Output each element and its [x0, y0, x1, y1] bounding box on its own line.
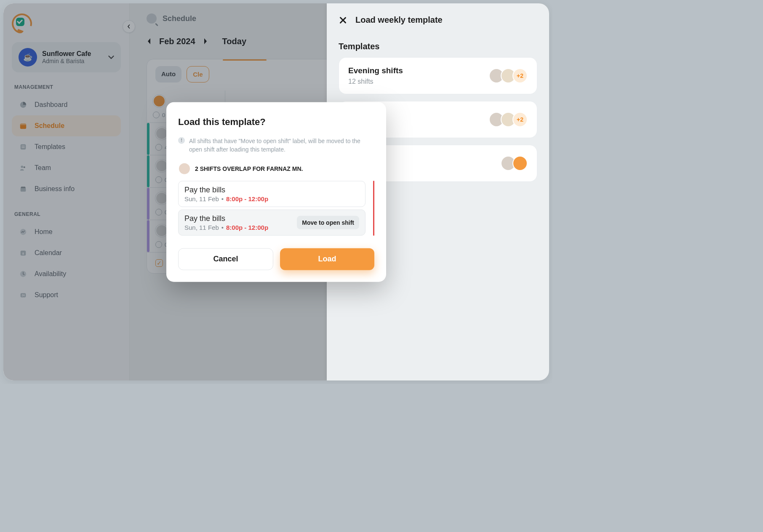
template-assignees: [501, 156, 528, 171]
overlap-warning-header: 2 SHIFTS OVERLAP FOR FARNAZ MN.: [178, 162, 374, 175]
modal-info-text: All shifts that have "Move to open shift…: [189, 137, 374, 154]
template-assignees: +2: [489, 68, 528, 83]
overlap-shift-list: Pay the bills Sun, 11 Feb•8:00p - 12:00p…: [178, 181, 374, 235]
template-shift-count: 12 shifts: [348, 78, 483, 85]
more-count-badge: +2: [512, 68, 528, 83]
template-name: Evening shifts: [348, 66, 483, 75]
shift-date: Sun, 11 Feb: [184, 195, 219, 202]
overlap-shift-item: Pay the bills Sun, 11 Feb•8:00p - 12:00p: [178, 181, 365, 207]
template-card[interactable]: Evening shifts 12 shifts +2: [339, 57, 537, 94]
shift-date: Sun, 11 Feb: [184, 223, 219, 231]
panel-section-label: Templates: [339, 42, 537, 51]
shift-title: Pay the bills: [184, 185, 359, 194]
app-frame: ☕ Sunflower Cafe Admin & Barista MANAGEM…: [3, 3, 549, 380]
load-button[interactable]: Load: [280, 248, 374, 270]
load-template-modal: Load this template? ! All shifts that ha…: [166, 102, 386, 282]
modal-info: ! All shifts that have "Move to open shi…: [178, 137, 374, 154]
template-assignees: +2: [489, 112, 528, 127]
shift-time: 8:00p - 12:00p: [226, 195, 268, 202]
avatar: [512, 156, 528, 171]
overlap-label: 2 SHIFTS OVERLAP FOR FARNAZ MN.: [195, 165, 303, 172]
info-icon: !: [178, 137, 185, 144]
panel-title: Load weekly template: [355, 15, 443, 25]
shift-time: 8:00p - 12:00p: [226, 223, 268, 231]
close-icon[interactable]: [339, 16, 347, 24]
overlap-shift-item: Pay the bills Sun, 11 Feb•8:00p - 12:00p…: [178, 209, 365, 235]
shift-title: Pay the bills: [184, 214, 292, 223]
modal-title: Load this template?: [178, 117, 374, 128]
move-to-open-shift-chip[interactable]: Move to open shift: [297, 215, 359, 229]
more-count-badge: +2: [512, 112, 528, 127]
avatar: [178, 162, 191, 175]
cancel-button[interactable]: Cancel: [178, 248, 273, 270]
